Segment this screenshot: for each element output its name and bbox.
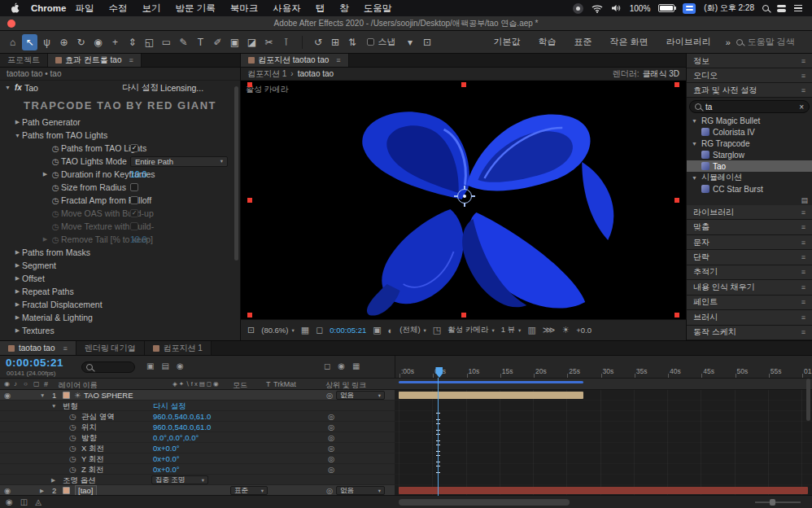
property-value[interactable]: 960.0,540.0,61.0 — [153, 422, 211, 432]
twirl-icon[interactable]: ▼ — [3, 85, 12, 90]
twirl-icon[interactable]: ▶ — [13, 275, 22, 282]
parent-dropdown[interactable]: 없음▾ — [336, 486, 385, 495]
preset-item-row[interactable]: Colorista IV — [687, 126, 812, 138]
type-tool[interactable]: T — [193, 34, 208, 50]
preset-item-row[interactable]: Starglow — [687, 149, 812, 160]
fit-view-icon[interactable]: ⊡ — [247, 325, 255, 335]
spotlight-icon[interactable] — [762, 5, 769, 11]
preset-folder-row[interactable]: ▼RG Trapcode — [687, 138, 812, 149]
stopwatch-icon[interactable]: ◷ — [50, 144, 61, 153]
pickwhip-icon[interactable]: ◎ — [326, 390, 333, 401]
layer-name[interactable]: TAO SPHERE — [84, 390, 133, 401]
panel-header[interactable]: 페인트≡ — [687, 296, 812, 310]
panel-header[interactable]: 문자≡ — [687, 235, 812, 250]
mode-dropdown[interactable]: 표준▾ — [230, 486, 268, 495]
renderer-info[interactable]: 렌더러: 클래식 3D — [613, 68, 679, 80]
volume-icon[interactable] — [611, 4, 622, 12]
brush-tool[interactable]: ✐ — [210, 34, 225, 50]
breadcrumb-current[interactable]: taotao tao — [298, 69, 334, 78]
panel-menu-icon[interactable]: ≡ — [801, 86, 805, 94]
apple-menu-icon[interactable] — [10, 2, 20, 14]
dolly-cursor-tool[interactable]: ⇅ — [345, 34, 360, 50]
preset-item-row[interactable]: CC Star Burst — [687, 183, 812, 195]
pickwhip-icon[interactable]: ◎ — [328, 443, 334, 453]
new-panel-icon[interactable]: ▤ — [801, 196, 808, 204]
menu-item[interactable]: 수정 — [101, 2, 134, 15]
draft-3d-icon[interactable]: ▤ — [161, 361, 168, 370]
menu-item[interactable]: 사용자 — [265, 2, 308, 15]
twirl-icon[interactable]: ▶ — [41, 236, 50, 243]
property-value[interactable]: 10.0 — [130, 234, 146, 244]
menu-item[interactable]: 도움말 — [356, 2, 399, 15]
pan-camera-tool[interactable]: + — [107, 34, 123, 50]
menu-item[interactable]: 북마크 — [223, 2, 266, 15]
property-checkbox[interactable] — [130, 222, 138, 230]
panel-header[interactable]: 단락≡ — [687, 250, 812, 265]
clone-stamp-tool[interactable]: ▣ — [227, 34, 242, 50]
clear-search-icon[interactable]: × — [799, 103, 804, 112]
snap-checkbox[interactable] — [367, 38, 374, 46]
presets-search-input[interactable] — [705, 103, 795, 112]
eye-icon[interactable]: ◉ — [4, 380, 10, 388]
panel-menu-icon[interactable]: ≡ — [801, 253, 805, 261]
panel-menu-icon[interactable]: ≡ — [801, 239, 805, 247]
wifi-icon[interactable] — [592, 4, 603, 13]
shy-toggle-icon[interactable]: ◉ — [6, 497, 13, 506]
snap-options-icon[interactable]: ▾ — [403, 34, 418, 50]
pen-tool[interactable]: ✎ — [176, 34, 191, 50]
channels-icon[interactable]: ◐ — [388, 326, 394, 335]
effect-reset-link[interactable]: 다시 설정 — [122, 82, 159, 94]
twirl-icon[interactable]: ▼ — [51, 401, 56, 411]
window-close-button[interactable] — [7, 20, 15, 28]
timeline-horizontal-scrollbar[interactable] — [399, 499, 570, 506]
effect-controls-scrollbar[interactable] — [234, 86, 239, 335]
layer-handle[interactable] — [461, 313, 466, 318]
layer-duration-bar[interactable] — [399, 487, 808, 494]
region-of-interest-icon[interactable]: ◳ — [433, 325, 441, 335]
roto-brush-tool[interactable]: ✂ — [261, 34, 277, 50]
property-checkbox[interactable]: ✓ — [130, 209, 138, 217]
stopwatch-icon[interactable]: ◷ — [69, 422, 76, 432]
notification-center-icon[interactable] — [794, 5, 802, 12]
property-checkbox[interactable]: ✓ — [130, 144, 138, 152]
twirl-icon[interactable]: ▼ — [691, 118, 698, 124]
work-area-bar[interactable] — [399, 381, 583, 383]
snapshot-icon[interactable]: ▣ — [373, 325, 381, 335]
timeline-tab[interactable]: 컴포지션 1 — [145, 341, 212, 355]
effect-name[interactable]: Tao — [24, 83, 38, 93]
grid-guides-icon[interactable]: ▦ — [301, 325, 309, 335]
layer-handle[interactable] — [247, 82, 252, 87]
twirl-icon[interactable]: ▼ — [13, 133, 22, 138]
timeline-search-field[interactable] — [81, 361, 135, 373]
snap-toggle[interactable]: 스냅 — [367, 36, 396, 48]
fast-preview-icon[interactable]: ⋙ — [543, 325, 556, 335]
panel-menu-icon[interactable]: ≡ — [801, 283, 805, 291]
adjust-exposure-icon[interactable]: ☀ — [561, 325, 570, 335]
panel-menu-icon[interactable]: ≡ — [801, 223, 805, 231]
shape-tool[interactable]: ▭ — [159, 34, 174, 50]
pan-behind-tool[interactable]: ◱ — [142, 34, 157, 50]
frame-blur-toggle-icon[interactable]: ◫ — [20, 497, 28, 506]
panel-header[interactable]: 오디오≡ — [687, 68, 812, 83]
graph-editor-icon[interactable]: ▦ — [352, 361, 360, 370]
workspace-tab[interactable]: 라이브러리 — [657, 36, 720, 48]
timeline-zoom-slider[interactable] — [755, 501, 801, 503]
solo-icon[interactable]: ○ — [24, 380, 28, 388]
resolution-dropdown[interactable]: (전체) ▾ — [399, 325, 426, 335]
time-ruler[interactable]: :00s05s10s15s20s25s30s35s40s45s50s55s01:… — [395, 356, 812, 379]
panel-menu-icon[interactable]: ≡ — [801, 57, 805, 65]
menu-item[interactable]: 파일 — [68, 2, 101, 15]
pickwhip-icon[interactable]: ◎ — [328, 453, 334, 464]
viewport-timecode[interactable]: 0:00:05:21 — [330, 326, 366, 335]
panel-menu-icon[interactable]: ≡ — [801, 268, 805, 276]
composition-viewport[interactable]: 활성 카메라 — [241, 81, 686, 319]
panel-header[interactable]: 정보≡ — [687, 54, 812, 68]
twirl-icon[interactable]: ▶ — [13, 249, 22, 256]
comp-mini-flowchart-icon[interactable]: ▣ — [146, 361, 154, 370]
twirl-icon[interactable]: ▶ — [13, 119, 22, 125]
stopwatch-icon[interactable]: ◷ — [69, 432, 76, 443]
eraser-tool[interactable]: ◪ — [244, 34, 260, 50]
property-value[interactable]: 0.0°,0.0°,0.0° — [153, 432, 199, 443]
camera-poi-crosshair[interactable] — [454, 186, 475, 207]
layer-handle[interactable] — [674, 313, 679, 318]
